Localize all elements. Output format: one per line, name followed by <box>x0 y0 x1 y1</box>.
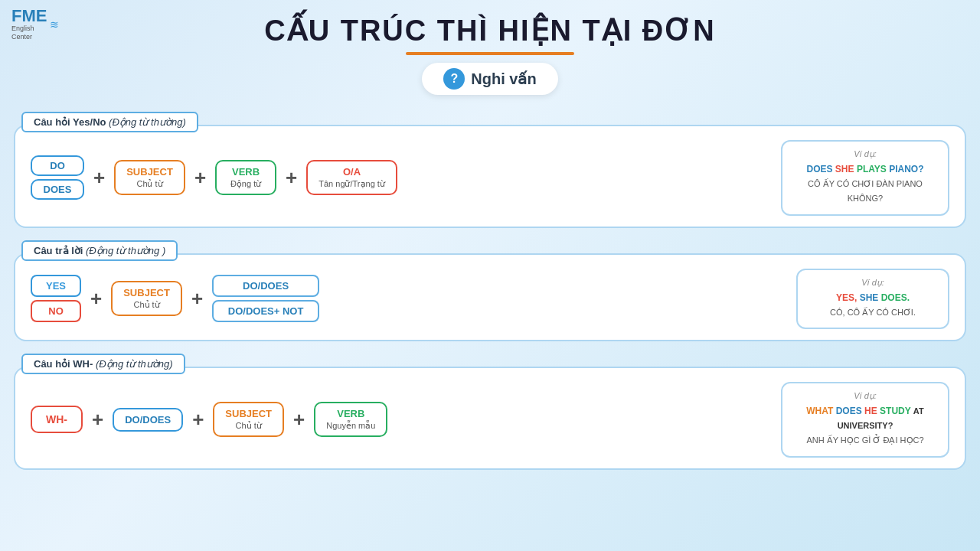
example-box-2: Ví dụ: YES, SHE DOES. CÓ, CÔ ẤY CÓ CHƠI. <box>796 269 949 329</box>
logo-wave-icon: ≋ <box>50 18 59 31</box>
example-text-2: YES, SHE DOES. CÓ, CÔ ẤY CÓ CHƠI. <box>810 291 936 320</box>
section2-box: YES NO + SUBJECT Chủ từ + DO/DOES DO/DOE… <box>14 253 966 341</box>
plus6: + <box>83 408 113 432</box>
section1-formula: DO DOES + SUBJECT Chủ từ + VERB Động từ … <box>31 155 781 200</box>
example-label-1: Ví dụ: <box>795 149 936 159</box>
plus3: + <box>276 166 306 190</box>
subtitle-badge: ? Nghi vấn <box>422 63 557 95</box>
verb-box-2: VERB Nguyễn mẫu <box>314 402 387 437</box>
subject-box-2: SUBJECT Chủ từ <box>111 281 182 316</box>
example-text-1: DOES SHE PLAYS PIANO? CÔ ẤY CÓ CHƠI ĐÀN … <box>795 162 936 207</box>
yes-no-stack: YES NO <box>31 275 81 322</box>
section3-label: Câu hỏi WH- (Động từ thường) <box>21 354 185 374</box>
example-label-3: Ví dụ: <box>795 391 936 401</box>
section-yesno-answer: Câu trả lời (Động từ thường ) YES NO + S… <box>14 233 966 341</box>
oa-box: O/A Tân ngữ/Trạng từ <box>306 160 397 195</box>
subject-box-3: SUBJECT Chủ từ <box>213 402 284 437</box>
section1-label: Câu hỏi Yes/No (Động từ thường) <box>21 112 198 132</box>
example-text-3: WHAT DOES HE STUDY AT UNIVERSITY? ANH ẤY… <box>795 404 936 448</box>
example-label-2: Ví dụ: <box>810 278 936 288</box>
logo-english-text: EnglishCenter <box>11 24 47 41</box>
dodoes-not-stack: DO/DOES DO/DOES+ NOT <box>212 275 319 322</box>
do-box: DO <box>31 155 84 176</box>
plus1: + <box>84 166 114 190</box>
yes-box: YES <box>31 275 81 297</box>
section-yesno-question: Câu hỏi Yes/No (Động từ thường) DO DOES … <box>14 104 966 228</box>
does-box: DOES <box>31 179 84 200</box>
section-wh-question: Câu hỏi WH- (Động từ thường) WH- + DO/DO… <box>14 346 966 470</box>
dodoes-not-box: DO/DOES+ NOT <box>212 300 319 322</box>
logo-fme-text: FME <box>11 8 47 24</box>
section2-formula: YES NO + SUBJECT Chủ từ + DO/DOES DO/DOE… <box>31 275 796 322</box>
dodoes-box-wh: DO/DOES <box>113 408 183 432</box>
subject-box-1: SUBJECT Chủ từ <box>114 160 185 195</box>
plus8: + <box>284 408 314 432</box>
do-does-stack: DO DOES <box>31 155 84 200</box>
section2-label: Câu trả lời (Động từ thường ) <box>21 240 178 261</box>
no-box: NO <box>31 300 81 322</box>
plus5: + <box>182 287 212 311</box>
header: CẤU TRÚC THÌ HIỆN TẠI ĐƠN ? Nghi vấn <box>0 0 980 99</box>
subtitle-text: Nghi vấn <box>471 70 536 88</box>
question-icon: ? <box>443 68 465 90</box>
plus4: + <box>81 287 111 311</box>
wh-box: WH- <box>31 406 83 433</box>
plus2: + <box>185 166 215 190</box>
section3-box: WH- + DO/DOES + SUBJECT Chủ từ + VERB Ng… <box>14 367 966 470</box>
logo: FME EnglishCenter ≋ <box>11 8 59 41</box>
section1-box: DO DOES + SUBJECT Chủ từ + VERB Động từ … <box>14 125 966 228</box>
section3-formula: WH- + DO/DOES + SUBJECT Chủ từ + VERB Ng… <box>31 402 781 437</box>
title-underline <box>406 52 574 55</box>
verb-box-1: VERB Động từ <box>215 160 276 195</box>
page-title: CẤU TRÚC THÌ HIỆN TẠI ĐƠN <box>0 14 980 47</box>
plus7: + <box>183 408 213 432</box>
dodoes-box: DO/DOES <box>212 275 319 297</box>
example-box-1: Ví dụ: DOES SHE PLAYS PIANO? CÔ ẤY CÓ CH… <box>781 140 949 216</box>
example-box-3: Ví dụ: WHAT DOES HE STUDY AT UNIVERSITY?… <box>781 382 949 458</box>
